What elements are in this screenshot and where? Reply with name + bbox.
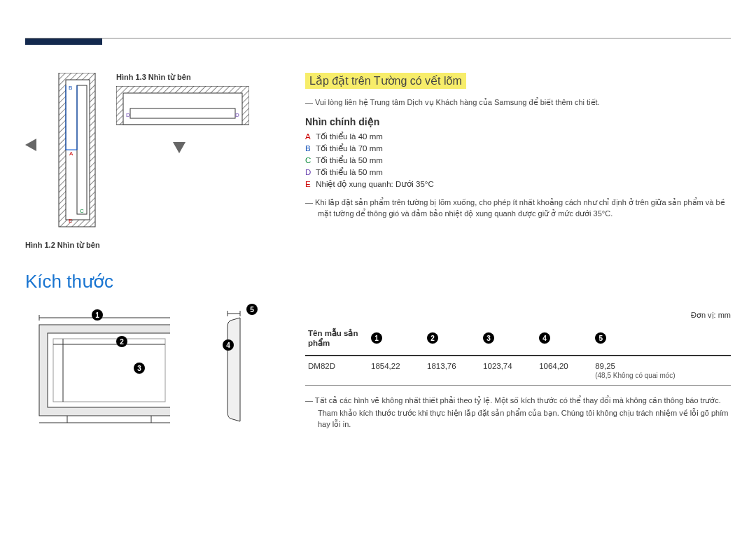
table-row: DM82D 1854,22 1813,76 1023,74 1064,20 89…: [305, 356, 731, 386]
spec-c: C Tối thiểu là 50 mm: [305, 155, 731, 165]
figure-row-top: B A C E Hình 1.3 Nhìn từ bên D D: [53, 73, 277, 234]
spec-a-text: Tối thiểu là 40 mm: [316, 132, 383, 141]
dimensions-table: Tên mẫu sản phẩm 1 2 3 4 5 DM82D 1854,22: [305, 324, 731, 386]
dim-marker-2: 2: [116, 336, 127, 347]
right-column: Lắp đặt trên Tường có vết lõm Vui lòng l…: [305, 73, 731, 434]
arrow-left-icon: [25, 139, 36, 151]
spec-c-text: Tối thiểu là 50 mm: [316, 156, 383, 164]
cell-5: 89,25 (48,5 Không có quai móc): [592, 356, 731, 386]
cell-2: 1813,76: [424, 356, 480, 386]
svg-text:D: D: [126, 112, 130, 118]
spec-a: A Tối thiểu là 40 mm: [305, 132, 731, 141]
dim-marker-5: 5: [246, 304, 258, 315]
section-title-indent: Lắp đặt trên Tường có vết lõm: [305, 73, 466, 89]
fig12-svg: B A C E: [53, 73, 102, 234]
svg-text:A: A: [69, 150, 74, 157]
th-5: 5: [592, 324, 731, 356]
spec-e: E Nhiệt độ xung quanh: Dưới 35°C: [305, 179, 731, 189]
fig12-caption: Hình 1.2 Nhìn từ bên: [25, 241, 277, 250]
arrow-down-icon: [173, 142, 186, 153]
page-top-rule: [25, 38, 731, 38]
cell-model: DM82D: [305, 356, 368, 386]
th-model: Tên mẫu sản phẩm: [305, 324, 368, 356]
page-content: B A C E Hình 1.3 Nhìn từ bên D D H: [25, 73, 731, 434]
svg-text:B: B: [69, 85, 72, 91]
dim-foot2: Tham khảo kích thước trước khi thực hiện…: [305, 408, 731, 430]
dim-marker-1: 1: [92, 309, 103, 321]
cell-5a: 89,25: [595, 362, 615, 370]
fig13-caption: Hình 1.3 Nhìn từ bên: [116, 73, 242, 82]
dimension-figures: 1 2 3 4 5: [25, 308, 277, 434]
spec-b-text: Tối thiểu là 70 mm: [316, 144, 383, 153]
dim-footnotes: Tất cả các hình vẽ không nhất thiết phải…: [305, 395, 731, 430]
figure-12-side: B A C E: [53, 73, 102, 234]
dim-marker-4: 4: [223, 339, 234, 351]
figure-13-top: Hình 1.3 Nhìn từ bên D D: [116, 73, 242, 153]
svg-rect-18: [53, 339, 165, 402]
spec-e-text: Nhiệt độ xung quanh: Dưới 35°C: [316, 180, 434, 188]
dim-marker-3: 3: [134, 363, 145, 374]
svg-rect-3: [77, 85, 87, 214]
front-view-subhead: Nhìn chính diện: [305, 116, 731, 127]
th-1: 1: [368, 324, 424, 356]
fig13-svg: D D: [116, 86, 249, 136]
cell-1: 1854,22: [368, 356, 424, 386]
th-4: 4: [536, 324, 592, 356]
spec-d: D Tối thiểu là 50 mm: [305, 167, 731, 177]
th-2: 2: [424, 324, 480, 356]
svg-text:D: D: [235, 112, 239, 118]
dim-side-svg: [209, 308, 258, 434]
cell-5b: (48,5 Không có quai móc): [595, 372, 728, 379]
section-note-1: Vui lòng liên hệ Trung tâm Dịch vụ Khách…: [305, 97, 731, 108]
dim-foot1: Tất cả các hình vẽ không nhất thiết phải…: [305, 395, 731, 406]
svg-text:C: C: [80, 208, 84, 214]
page-top-accent: [25, 38, 102, 45]
left-column: B A C E Hình 1.3 Nhìn từ bên D D H: [25, 73, 277, 434]
spec-d-text: Tối thiểu là 50 mm: [316, 168, 383, 176]
cell-3: 1023,74: [480, 356, 536, 386]
svg-text:E: E: [69, 218, 72, 224]
dimensions-heading: Kích thước: [25, 271, 277, 293]
unit-label: Đơn vị: mm: [305, 311, 731, 320]
th-3: 3: [480, 324, 536, 356]
section-note-2: Khi lắp đặt sản phẩm trên tường bị lõm x…: [305, 197, 731, 220]
cell-4: 1064,20: [536, 356, 592, 386]
dim-front-svg: [25, 308, 170, 434]
svg-rect-13: [130, 108, 235, 118]
spec-b: B Tối thiểu là 70 mm: [305, 143, 731, 153]
dim-table-block: Đơn vị: mm Tên mẫu sản phẩm 1 2 3 4 5: [305, 311, 731, 430]
